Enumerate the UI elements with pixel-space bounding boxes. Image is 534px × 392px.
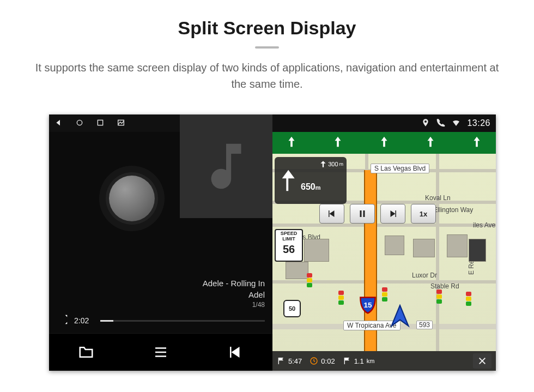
progress-bar[interactable]: [100, 320, 265, 322]
svg-rect-8: [396, 210, 397, 217]
android-status-bar: 13:26: [49, 114, 496, 132]
destination-flag-icon: [277, 357, 286, 365]
eta-value: 5:47: [288, 357, 302, 365]
sim-speed-button[interactable]: 1x: [411, 204, 436, 224]
folder-button[interactable]: [67, 340, 105, 364]
svg-text:15: 15: [363, 301, 372, 309]
street-label-miles: iles Ave: [473, 221, 495, 229]
clock-icon: [310, 357, 318, 365]
remaining-distance-unit: km: [367, 358, 375, 364]
speed-limit-sign: SPEEDLIMIT 56: [275, 229, 303, 262]
street-number-badge: 593: [416, 321, 433, 329]
svg-rect-5: [329, 210, 330, 217]
svg-point-0: [77, 120, 82, 125]
close-nav-button[interactable]: [473, 353, 491, 369]
destination-flag-icon: [343, 357, 351, 365]
map-building: [447, 234, 468, 257]
us-route-shield: 50: [283, 300, 301, 317]
shuffle-icon[interactable]: [57, 313, 69, 328]
lane-arrow-icon: [424, 136, 436, 150]
traffic-light-icon: [381, 287, 388, 302]
remaining-time-item: 0:02: [310, 357, 335, 365]
traffic-light-icon: [338, 290, 344, 305]
music-note-icon: [196, 136, 256, 196]
map-building: [304, 239, 329, 262]
sim-prev-button[interactable]: [319, 204, 344, 224]
lane-guidance-bar: [272, 132, 496, 154]
speed-limit-value: 56: [276, 243, 302, 255]
sim-control-bar: 1x: [319, 204, 436, 224]
page-title: Split Screen Display: [0, 0, 534, 39]
clock-time: 13:26: [467, 118, 490, 128]
svg-rect-3: [230, 347, 232, 358]
track-artist: Adel: [49, 290, 265, 300]
wifi-icon: [452, 118, 460, 129]
next-turn-distance: 300: [328, 161, 338, 167]
track-title: Adele - Rolling In: [49, 278, 265, 289]
turn-left-icon: [278, 168, 303, 193]
remaining-duration: 0:02: [321, 357, 335, 365]
back-icon[interactable]: [54, 118, 63, 129]
remaining-distance-item: 1.1 km: [343, 357, 375, 365]
lane-arrow-icon: [378, 136, 390, 150]
device-mockup: 13:26 Adele - Rolling In Adel 1/48 2:02: [49, 114, 496, 371]
gps-cursor-icon: [388, 304, 412, 330]
track-index: 1/48: [49, 300, 265, 309]
lane-arrow-icon: [471, 136, 483, 150]
traffic-light-icon: [436, 289, 442, 304]
turn-instruction-panel: 650m 300m: [275, 157, 347, 204]
recent-square-icon[interactable]: [96, 118, 105, 129]
remaining-distance: 1.1: [354, 357, 364, 365]
home-circle-icon[interactable]: [75, 118, 84, 129]
svg-rect-7: [363, 210, 365, 217]
turn-distance: 650: [301, 182, 315, 191]
navigation-panel: S Las Vegas Blvd Koval Ln Duke Ellington…: [272, 132, 496, 371]
close-icon: [478, 357, 487, 365]
lane-arrow-icon: [332, 136, 344, 150]
traffic-light-icon: [465, 291, 472, 306]
next-turn-unit: m: [339, 161, 344, 167]
playlist-button[interactable]: [142, 340, 180, 364]
svg-rect-9: [278, 358, 279, 364]
then-right-icon: [319, 160, 327, 168]
map-building: [413, 239, 435, 257]
page-subtitle: It supports the same screen display of t…: [30, 59, 504, 92]
svg-rect-11: [344, 358, 344, 364]
music-panel: Adele - Rolling In Adel 1/48 2:02: [49, 132, 272, 371]
track-metadata: Adele - Rolling In Adel 1/48: [49, 277, 272, 310]
phone-icon: [436, 118, 445, 129]
location-icon: [421, 118, 430, 129]
svg-rect-6: [360, 210, 362, 217]
eta-item: 5:47: [277, 357, 302, 365]
sim-pause-button[interactable]: [350, 204, 375, 224]
interstate-shield-icon: 15: [359, 295, 377, 314]
map-building: [469, 239, 486, 262]
street-label-koval: Koval Ln: [425, 194, 451, 202]
sim-next-button[interactable]: [380, 204, 405, 224]
street-label-top: S Las Vegas Blvd: [371, 164, 429, 173]
nav-footer-bar: 5:47 0:02 1.1 km: [272, 351, 496, 371]
previous-track-button[interactable]: [216, 340, 254, 364]
album-art-area: [49, 132, 272, 277]
album-placeholder: [180, 114, 272, 218]
map-building: [286, 262, 308, 279]
music-controls-bar: [49, 333, 272, 371]
svg-rect-1: [98, 120, 102, 125]
street-label-luxor: Luxor Dr: [412, 272, 437, 279]
elapsed-time: 2:02: [74, 316, 95, 325]
turn-distance-unit: m: [315, 184, 321, 191]
picture-notification-icon[interactable]: [117, 118, 125, 129]
street-label-stable: Stable Rd: [430, 282, 459, 290]
title-divider: [255, 46, 279, 49]
joystick-widget[interactable]: [109, 176, 155, 221]
lane-arrow-icon: [286, 136, 298, 150]
traffic-light-icon: [306, 273, 313, 288]
map-building: [385, 236, 404, 255]
